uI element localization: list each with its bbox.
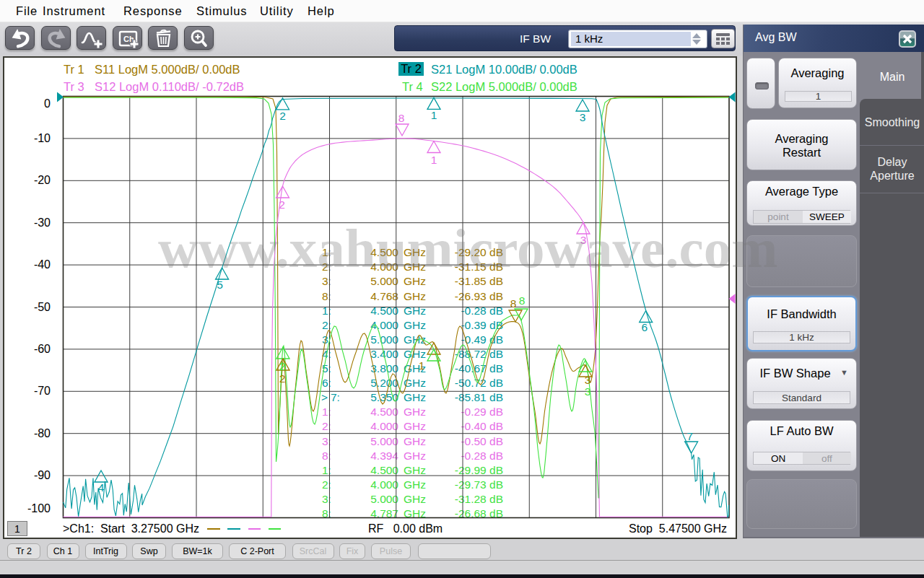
svg-text:8: 8: [398, 112, 405, 124]
svg-text:3: 3: [580, 111, 586, 123]
svg-text:1: 1: [419, 359, 425, 372]
svg-text:2: 2: [279, 198, 285, 211]
svg-text:3: 3: [585, 385, 591, 398]
svg-text:2: 2: [279, 372, 286, 385]
svg-text:8: 8: [519, 294, 526, 307]
svg-text:5: 5: [217, 279, 223, 291]
svg-text:3: 3: [585, 374, 591, 386]
svg-text:6: 6: [641, 321, 648, 333]
svg-text:2: 2: [279, 110, 286, 122]
svg-text:4: 4: [98, 481, 105, 494]
svg-text:3: 3: [580, 234, 587, 246]
svg-text:2: 2: [279, 360, 286, 372]
svg-text:1: 1: [431, 109, 437, 121]
svg-text:1: 1: [431, 154, 437, 166]
svg-text:8: 8: [510, 297, 517, 310]
svg-text:7: 7: [687, 430, 693, 442]
